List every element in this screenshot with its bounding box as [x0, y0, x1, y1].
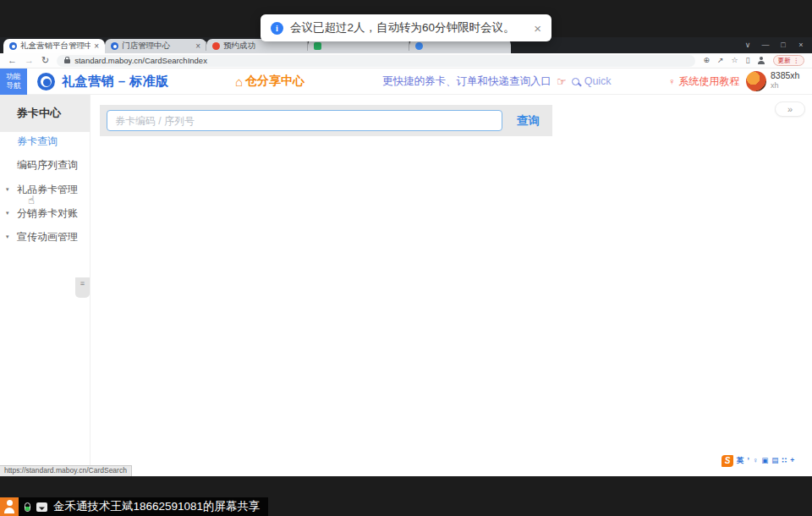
app-logo-icon: [37, 73, 55, 91]
sidebar-item-code-sequence-search[interactable]: 编码序列查询: [0, 154, 91, 176]
sidebar-item-label: 分销券卡对账: [17, 207, 78, 219]
side-panel-icon[interactable]: ▯: [746, 57, 750, 64]
username: 8385xh: [771, 70, 799, 81]
close-window-icon[interactable]: ×: [797, 41, 805, 49]
update-label: 更新: [778, 57, 791, 65]
tab-favicon-blue-icon: [111, 42, 118, 50]
sidebar-item-gift-card-management[interactable]: ▾ 礼品券卡管理: [0, 178, 91, 200]
status-link-tooltip: https://standard.maboy.cn/CardSearch: [0, 465, 132, 476]
forward-icon[interactable]: →: [25, 56, 34, 65]
tab-gift-admin[interactable]: 礼盒营销平台管理中心 ×: [3, 39, 105, 53]
sidebar-title: 券卡中心: [0, 95, 90, 132]
ime-toolbar: S 英 ’ ♀ ▣ ▤ ∷ +: [721, 454, 794, 467]
ime-icon-window[interactable]: ▣: [761, 457, 768, 464]
chevron-down-icon: ▾: [6, 202, 9, 224]
query-button[interactable]: 查询: [517, 113, 540, 129]
sidebar-collapse-handle[interactable]: ≡: [75, 277, 90, 298]
app-title: 礼盒营销 – 标准版: [62, 74, 169, 90]
ime-icon-mode[interactable]: 英: [737, 457, 744, 464]
browser-window: 礼盒营销平台管理中心 × 门店管理中心 × 预约成功 ∨: [0, 37, 812, 476]
warehouse-share-center-link[interactable]: ⌂ 仓分享中心: [235, 74, 304, 89]
user-info: 8385xh xh: [771, 70, 799, 90]
username-sub: xh: [771, 81, 799, 91]
tab-favicon-lightblue-icon: [415, 42, 423, 50]
screen-share-label: 金禾通技术王斌18662591081的屏幕共享: [53, 499, 261, 514]
bookmark-star-icon[interactable]: ☆: [731, 57, 738, 64]
ime-icon-punct[interactable]: ’: [748, 457, 749, 464]
app-header: 功能 导航 礼盒营销 – 标准版 ⌂ 仓分享中心 更快捷的券卡、订单和快递查询入…: [0, 69, 812, 95]
screen-share-taskbar: 金禾通技术王斌18662591081的屏幕共享: [0, 497, 268, 516]
chrome-update-button[interactable]: 更新 ⋮: [773, 55, 805, 66]
info-icon: i: [271, 22, 283, 35]
profile-icon[interactable]: [758, 57, 765, 64]
screen-share-icon[interactable]: [36, 502, 47, 512]
ime-icon-keyboard[interactable]: ▤: [771, 457, 778, 464]
ime-icon-toolbox[interactable]: +: [790, 457, 794, 464]
meeting-toast: i 会议已超过2人，自动转为60分钟限时会议。 ×: [261, 14, 551, 41]
toolbar-right: ⊕ ↗ ☆ ▯ 更新 ⋮: [703, 55, 804, 66]
share-center-label: 仓分享中心: [245, 74, 304, 89]
window-controls: ∨ — □ ×: [743, 41, 805, 49]
reload-icon[interactable]: ↻: [41, 56, 49, 65]
mouse-cursor: ☝: [28, 194, 35, 206]
zoom-icon[interactable]: ⊕: [703, 57, 710, 64]
ime-icon-grid[interactable]: ∷: [782, 457, 787, 464]
system-tutorial-link[interactable]: ♀ 系统使用教程: [668, 74, 739, 89]
tab-title: 礼盒营销平台管理中心: [20, 41, 91, 52]
tab-store-admin[interactable]: 门店管理中心 ×: [105, 39, 206, 53]
browser-toolbar: ← → ↻ standard.maboy.cn/CardSearchIndex …: [0, 53, 812, 69]
share-icon[interactable]: ↗: [717, 57, 724, 64]
app-body: 券卡中心 券卡查询 编码序列查询 ▾ 礼品券卡管理 ▾ 分销券卡对账 ▾ 宣传: [0, 95, 812, 476]
sidebar-item-card-search[interactable]: 券卡查询: [0, 130, 91, 152]
desktop: 礼盒营销平台管理中心 × 门店管理中心 × 预约成功 ∨: [0, 0, 812, 516]
card-search-input[interactable]: [107, 110, 502, 131]
main-content: 查询 »: [91, 95, 812, 476]
tab-close-icon[interactable]: ×: [94, 42, 99, 51]
tab-title: 门店管理中心: [122, 41, 192, 52]
search-icon: [572, 78, 579, 85]
tab-close-icon[interactable]: ×: [195, 42, 200, 51]
user-avatar[interactable]: [746, 71, 766, 91]
nav-toggle-line1: 功能: [7, 72, 21, 81]
function-nav-button[interactable]: 功能 导航: [0, 69, 27, 95]
menu-dots-icon[interactable]: ⋮: [793, 57, 800, 64]
sidebar-item-promo-animation-management[interactable]: ▾ 宣传动画管理: [0, 226, 91, 248]
sidebar-item-label: 礼品券卡管理: [17, 184, 78, 195]
sidebar-item-distribution-card-reconcile[interactable]: ▾ 分销券卡对账: [0, 202, 91, 224]
pin-icon: ♀: [668, 77, 675, 86]
nav-toggle-line2: 导航: [7, 81, 21, 91]
presenter-icon[interactable]: [0, 497, 19, 516]
pointing-hand-icon: ☞: [557, 76, 567, 87]
handle-lines-icon: ≡: [80, 279, 85, 288]
microphone-icon[interactable]: [25, 502, 30, 512]
warehouse-icon: ⌂: [235, 75, 243, 88]
quick-search-entry[interactable]: 更快捷的券卡、订单和快递查询入口 ☞ Quick: [382, 74, 612, 89]
panel-collapse-button[interactable]: »: [775, 102, 805, 117]
sidebar-item-label: 宣传动画管理: [17, 231, 78, 243]
maximize-icon[interactable]: □: [779, 41, 787, 49]
toast-message: 会议已超过2人，自动转为60分钟限时会议。: [290, 20, 527, 36]
minimize-icon[interactable]: —: [761, 41, 770, 49]
page-url: standard.maboy.cn/CardSearchIndex: [74, 56, 207, 65]
address-bar[interactable]: standard.maboy.cn/CardSearchIndex: [57, 55, 695, 67]
double-chevron-right-icon: »: [787, 104, 793, 114]
tab-favicon-blue-icon: [9, 42, 17, 50]
tutorial-label: 系统使用教程: [678, 74, 739, 89]
sidebar-item-label: 编码序列查询: [17, 159, 78, 171]
tab-favicon-red-icon: [212, 42, 220, 50]
card-search-bar: 查询: [100, 105, 552, 136]
ime-icon-mic[interactable]: ♀: [753, 457, 758, 464]
quick-entry-tip: 更快捷的券卡、订单和快递查询入口: [382, 74, 551, 89]
tab-search-dropdown-icon[interactable]: ∨: [743, 41, 752, 49]
tab-title: 预约成功: [223, 41, 302, 52]
chevron-down-icon: ▾: [6, 226, 9, 248]
quick-label: Quick: [584, 75, 612, 87]
back-icon[interactable]: ←: [8, 56, 17, 65]
toast-close-icon[interactable]: ×: [534, 22, 541, 35]
screen-share-bar: 金禾通技术王斌18662591081的屏幕共享: [19, 497, 268, 516]
chevron-down-icon: ▾: [6, 178, 9, 200]
lock-icon: [64, 59, 70, 63]
tab-favicon-green-icon: [314, 42, 321, 50]
sidebar-item-label: 券卡查询: [17, 135, 58, 147]
sogou-logo-icon[interactable]: S: [721, 455, 733, 467]
